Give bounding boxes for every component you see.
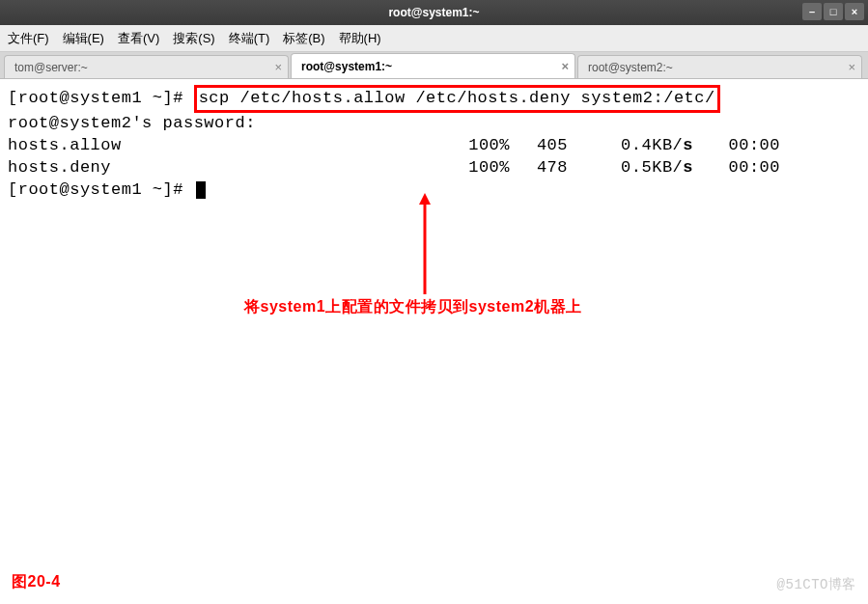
terminal-line: [root@system1 ~]# [8, 179, 860, 202]
password-prompt: root@system2's password: [8, 113, 860, 135]
titlebar: root@system1:~ – □ × [0, 0, 868, 25]
menu-tabs[interactable]: 标签(B) [283, 30, 324, 47]
file-time: 00:00 [693, 135, 780, 157]
menu-help[interactable]: 帮助(H) [339, 30, 381, 47]
file-percent: 100% [452, 135, 510, 157]
transfer-row: hosts.allow100%4050.4KB/s00:00 [8, 135, 860, 157]
file-size: 405 [510, 135, 568, 157]
file-name: hosts.deny [8, 157, 452, 179]
tab-label: root@system2:~ [588, 61, 673, 74]
file-rate: 0.5KB/s [568, 157, 693, 179]
close-icon[interactable]: × [561, 59, 569, 73]
close-button[interactable]: × [845, 3, 864, 20]
tab-label: tom@server:~ [14, 61, 88, 74]
minimize-button[interactable]: – [802, 3, 822, 20]
file-rate: 0.4KB/s [568, 135, 693, 157]
window-controls: – □ × [802, 3, 864, 20]
cursor-icon [196, 181, 206, 199]
annotation-text: 将system1上配置的文件拷贝到system2机器上 [244, 296, 582, 317]
tab-root-system2[interactable]: root@system2:~ × [577, 55, 862, 78]
file-time: 00:00 [693, 157, 780, 179]
window-title: root@system1:~ [388, 6, 479, 19]
terminal[interactable]: [root@system1 ~]# scp /etc/hosts.allow /… [0, 79, 868, 604]
file-size: 478 [510, 157, 568, 179]
menu-file[interactable]: 文件(F) [8, 30, 49, 47]
maximize-button[interactable]: □ [824, 3, 843, 20]
shell-prompt: [root@system1 ~]# [8, 180, 194, 199]
arrow-icon [415, 193, 434, 299]
tab-root-system1[interactable]: root@system1:~ × [291, 53, 575, 78]
watermark: @51CTO博客 [777, 576, 856, 594]
shell-prompt: [root@system1 ~]# [8, 89, 194, 107]
file-name: hosts.allow [8, 135, 452, 157]
tabbar: tom@server:~ × root@system1:~ × root@sys… [0, 52, 868, 79]
file-percent: 100% [452, 157, 510, 179]
close-icon[interactable]: × [848, 60, 855, 74]
menubar: 文件(F) 编辑(E) 查看(V) 搜索(S) 终端(T) 标签(B) 帮助(H… [0, 25, 868, 52]
menu-view[interactable]: 查看(V) [118, 30, 159, 47]
tab-tom-server[interactable]: tom@server:~ × [4, 55, 289, 78]
close-icon[interactable]: × [274, 60, 282, 74]
menu-edit[interactable]: 编辑(E) [63, 30, 104, 47]
terminal-line: [root@system1 ~]# scp /etc/hosts.allow /… [8, 85, 860, 113]
tab-label: root@system1:~ [301, 60, 392, 73]
menu-terminal[interactable]: 终端(T) [229, 30, 270, 47]
menu-search[interactable]: 搜索(S) [173, 30, 214, 47]
figure-label: 图20-4 [12, 571, 61, 592]
scp-command-highlight: scp /etc/hosts.allow /etc/hosts.deny sys… [194, 85, 720, 113]
transfer-row: hosts.deny100%4780.5KB/s00:00 [8, 157, 860, 179]
